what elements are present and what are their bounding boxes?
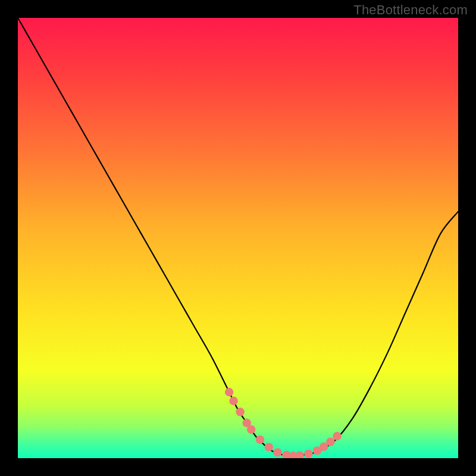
- highlight-point: [256, 436, 264, 444]
- highlight-point: [229, 397, 237, 405]
- highlight-point: [265, 443, 273, 451]
- chart-background: [18, 18, 458, 458]
- highlight-point: [333, 432, 341, 440]
- highlight-point: [225, 388, 233, 396]
- watermark-text: TheBottleneck.com: [353, 2, 468, 18]
- highlight-point: [304, 449, 312, 458]
- chart-canvas: [18, 18, 458, 458]
- highlight-point: [273, 448, 281, 456]
- highlight-point: [236, 408, 245, 416]
- highlight-point: [247, 425, 255, 434]
- highlight-point: [326, 437, 334, 446]
